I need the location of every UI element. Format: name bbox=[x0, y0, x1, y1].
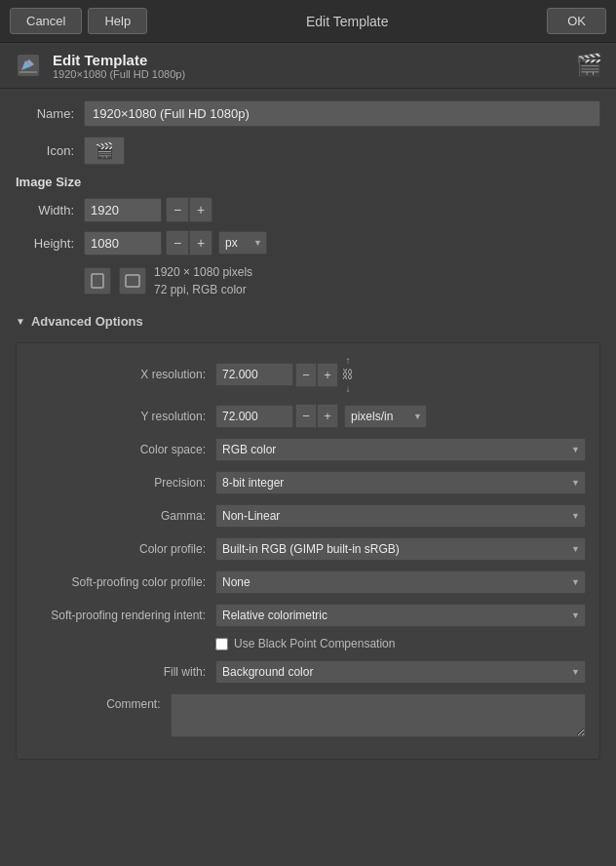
rendering-intent-label: Soft-proofing rendering intent: bbox=[30, 609, 215, 622]
y-resolution-input[interactable] bbox=[215, 405, 293, 428]
header-text: Edit Template 1920×1080 (Full HD 1080p) bbox=[53, 52, 185, 80]
size-info: 1920 × 1080 pixels 72 ppi, RGB color bbox=[154, 263, 252, 298]
color-space-label: Color space: bbox=[30, 443, 215, 456]
image-size-title: Image Size bbox=[16, 175, 600, 189]
header-subtitle: 1920×1080 (Full HD 1080p) bbox=[53, 68, 185, 80]
x-resolution-label: X resolution: bbox=[30, 368, 215, 381]
chain-top-icon: ↑ bbox=[346, 355, 351, 366]
svg-rect-2 bbox=[92, 274, 103, 288]
chain-bottom-icon: ↓ bbox=[346, 383, 351, 394]
unit-select[interactable]: px in mm cm bbox=[218, 231, 267, 255]
color-space-select[interactable]: RGB color Grayscale CMYK color bbox=[215, 438, 586, 461]
size-info-line1: 1920 × 1080 pixels bbox=[154, 263, 252, 281]
soft-proofing-select-wrapper[interactable]: None bbox=[215, 571, 586, 594]
name-label: Name: bbox=[16, 106, 84, 121]
portrait-icon-button[interactable] bbox=[84, 267, 111, 295]
gamma-row: Gamma: Non-Linear Linear bbox=[30, 504, 586, 528]
y-resolution-row: Y resolution: − + pixels/in pixels/mm bbox=[30, 404, 586, 428]
height-label: Height: bbox=[25, 236, 84, 251]
color-profile-row: Color profile: Built-in RGB (GIMP built-… bbox=[30, 537, 586, 561]
black-point-row: Use Black Point Compensation bbox=[30, 637, 586, 650]
icon-row: Icon: 🎬 bbox=[16, 137, 600, 165]
toolbar-title: Edit Template bbox=[153, 14, 541, 29]
icon-selector-button[interactable]: 🎬 bbox=[84, 137, 125, 165]
width-increment-button[interactable]: + bbox=[189, 197, 212, 222]
name-input[interactable] bbox=[84, 100, 600, 127]
film-icon: 🎬 bbox=[576, 53, 602, 78]
soft-proofing-row: Soft-proofing color profile: None bbox=[30, 571, 586, 594]
soft-proofing-label: Soft-proofing color profile: bbox=[30, 575, 215, 589]
color-space-select-wrapper[interactable]: RGB color Grayscale CMYK color bbox=[215, 438, 586, 461]
advanced-arrow-icon: ▼ bbox=[16, 316, 25, 327]
black-point-label[interactable]: Use Black Point Compensation bbox=[234, 637, 395, 650]
x-resolution-decrement-button[interactable]: − bbox=[295, 363, 317, 387]
precision-row: Precision: 8-bit integer 16-bit integer … bbox=[30, 471, 586, 494]
unit-select-wrapper[interactable]: px in mm cm bbox=[218, 231, 267, 255]
black-point-checkbox[interactable] bbox=[215, 638, 228, 650]
precision-select[interactable]: 8-bit integer 16-bit integer 32-bit floa… bbox=[215, 471, 586, 494]
height-row: Height: − + px in mm cm bbox=[16, 230, 600, 256]
width-decrement-button[interactable]: − bbox=[166, 197, 189, 222]
header-title: Edit Template bbox=[53, 52, 185, 68]
width-row: Width: − + bbox=[16, 197, 600, 222]
width-label: Width: bbox=[25, 203, 84, 217]
rendering-intent-select-wrapper[interactable]: Relative colorimetric Perceptual Saturat… bbox=[215, 604, 586, 627]
rendering-intent-row: Soft-proofing rendering intent: Relative… bbox=[30, 604, 586, 627]
edit-icon bbox=[14, 51, 43, 80]
gamma-select[interactable]: Non-Linear Linear bbox=[215, 504, 586, 528]
comment-label: Comment: bbox=[30, 693, 171, 711]
landscape-icon-button[interactable] bbox=[119, 267, 146, 295]
precision-label: Precision: bbox=[30, 476, 215, 490]
cancel-button[interactable]: Cancel bbox=[10, 8, 82, 34]
size-info-line2: 72 ppi, RGB color bbox=[154, 281, 252, 298]
advanced-box: X resolution: − + ↑ ⛓ ↓ Y resolution: − … bbox=[16, 342, 600, 760]
resolution-unit-wrapper[interactable]: pixels/in pixels/mm bbox=[344, 405, 427, 428]
x-resolution-stepper: − + bbox=[295, 363, 338, 387]
name-row: Name: bbox=[16, 100, 600, 127]
width-stepper: − + bbox=[166, 197, 212, 222]
help-button[interactable]: Help bbox=[88, 8, 147, 34]
svg-rect-3 bbox=[126, 275, 139, 287]
y-resolution-increment-button[interactable]: + bbox=[317, 404, 338, 428]
color-profile-select-wrapper[interactable]: Built-in RGB (GIMP built-in sRGB) None bbox=[215, 537, 586, 561]
comment-row: Comment: bbox=[30, 693, 586, 737]
comment-textarea[interactable] bbox=[171, 693, 586, 737]
height-increment-button[interactable]: + bbox=[189, 230, 212, 256]
x-resolution-row: X resolution: − + ↑ ⛓ ↓ bbox=[30, 355, 586, 394]
rendering-intent-select[interactable]: Relative colorimetric Perceptual Saturat… bbox=[215, 604, 586, 627]
main-content: Name: Icon: 🎬 Image Size Width: − + Heig… bbox=[0, 89, 616, 771]
y-resolution-label: Y resolution: bbox=[30, 410, 215, 423]
precision-select-wrapper[interactable]: 8-bit integer 16-bit integer 32-bit floa… bbox=[215, 471, 586, 494]
fill-with-row: Fill with: Background color Foreground c… bbox=[30, 660, 586, 684]
color-space-row: Color space: RGB color Grayscale CMYK co… bbox=[30, 438, 586, 461]
y-resolution-decrement-button[interactable]: − bbox=[295, 404, 317, 428]
toolbar: Cancel Help Edit Template OK bbox=[0, 0, 616, 43]
fill-with-select[interactable]: Background color Foreground color White … bbox=[215, 660, 586, 684]
chain-link-icon: ⛓ bbox=[342, 368, 354, 381]
height-stepper: − + bbox=[166, 230, 212, 256]
x-resolution-increment-button[interactable]: + bbox=[317, 363, 338, 387]
width-input[interactable] bbox=[84, 198, 162, 222]
gamma-select-wrapper[interactable]: Non-Linear Linear bbox=[215, 504, 586, 528]
height-decrement-button[interactable]: − bbox=[166, 230, 189, 256]
icon-label: Icon: bbox=[16, 143, 84, 158]
resolution-unit-select[interactable]: pixels/in pixels/mm bbox=[344, 405, 427, 428]
soft-proofing-select[interactable]: None bbox=[215, 571, 586, 594]
fill-with-label: Fill with: bbox=[30, 665, 215, 679]
y-resolution-stepper: − + bbox=[295, 404, 338, 428]
gamma-label: Gamma: bbox=[30, 509, 215, 523]
height-input[interactable] bbox=[84, 231, 162, 256]
info-row: 1920 × 1080 pixels 72 ppi, RGB color bbox=[16, 263, 600, 298]
advanced-title: Advanced Options bbox=[31, 314, 143, 329]
color-profile-select[interactable]: Built-in RGB (GIMP built-in sRGB) None bbox=[215, 537, 586, 561]
x-resolution-input[interactable] bbox=[215, 363, 293, 386]
color-profile-label: Color profile: bbox=[30, 542, 215, 556]
ok-button[interactable]: OK bbox=[547, 8, 606, 34]
dialog-header: Edit Template 1920×1080 (Full HD 1080p) … bbox=[0, 43, 616, 89]
fill-with-select-wrapper[interactable]: Background color Foreground color White … bbox=[215, 660, 586, 684]
advanced-options-toggle[interactable]: ▼ Advanced Options bbox=[16, 308, 600, 335]
